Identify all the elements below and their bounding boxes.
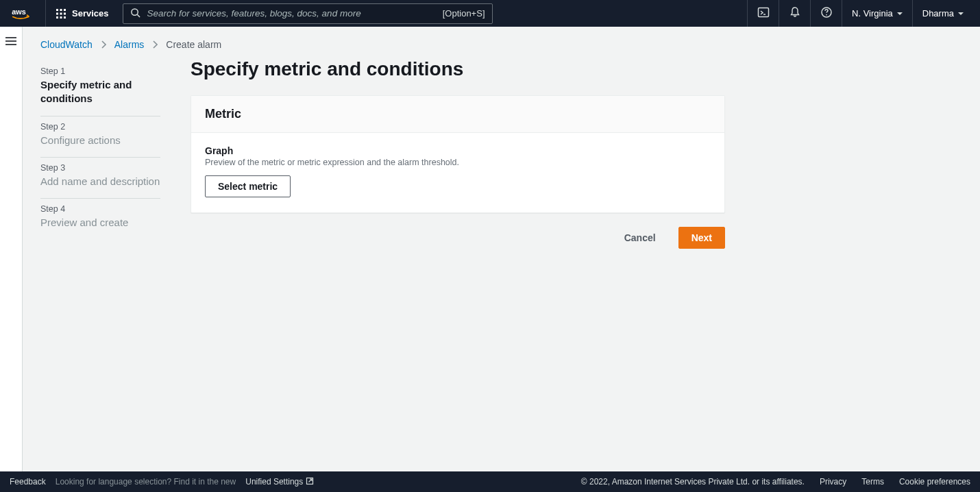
- search-box[interactable]: [Option+S]: [123, 3, 493, 24]
- bell-icon: [789, 6, 801, 21]
- svg-rect-4: [56, 12, 58, 14]
- wizard-steps: Step 1 Specify metric and conditions Ste…: [40, 57, 160, 249]
- wizard-step-1[interactable]: Step 1 Specify metric and conditions: [40, 61, 160, 116]
- wizard-step-num: Step 2: [40, 122, 160, 132]
- search-shortcut-hint: [Option+S]: [443, 8, 485, 19]
- help-icon: [820, 6, 833, 21]
- search-input[interactable]: [147, 8, 436, 19]
- graph-section-desc: Preview of the metric or metric expressi…: [205, 158, 711, 167]
- breadcrumb: CloudWatch Alarms Create alarm: [40, 39, 959, 50]
- wizard-step-label: Preview and create: [40, 216, 160, 230]
- wizard-step-num: Step 4: [40, 204, 160, 214]
- graph-section-title: Graph: [205, 145, 711, 156]
- cookie-preferences-link[interactable]: Cookie preferences: [899, 477, 970, 487]
- account-menu[interactable]: Dharma: [912, 0, 973, 27]
- feedback-link[interactable]: Feedback: [10, 477, 46, 487]
- cloudshell-icon: [757, 6, 770, 21]
- cloudshell-button[interactable]: [747, 0, 779, 27]
- side-drawer-collapsed: [0, 27, 23, 471]
- svg-point-10: [131, 8, 137, 14]
- svg-rect-9: [64, 16, 66, 19]
- svg-rect-5: [60, 12, 62, 14]
- wizard-step-4[interactable]: Step 4 Preview and create: [40, 199, 160, 239]
- svg-rect-1: [56, 9, 58, 11]
- svg-text:aws: aws: [12, 7, 25, 15]
- footer-copyright: © 2022, Amazon Internet Services Private…: [581, 477, 805, 487]
- svg-line-11: [137, 14, 140, 17]
- wizard-step-num: Step 3: [40, 163, 160, 173]
- region-selector[interactable]: N. Virginia: [842, 0, 912, 27]
- top-nav: aws Services [Option+S]: [0, 0, 980, 27]
- svg-rect-3: [64, 9, 66, 11]
- wizard-step-num: Step 1: [40, 66, 160, 76]
- select-metric-button[interactable]: Select metric: [205, 175, 291, 197]
- caret-down-icon: [897, 12, 903, 15]
- page-title: Specify metric and conditions: [191, 58, 725, 80]
- breadcrumb-alarms[interactable]: Alarms: [114, 39, 145, 50]
- svg-point-15: [826, 14, 827, 16]
- footer-lang-hint: Looking for language selection? Find it …: [56, 477, 236, 487]
- svg-rect-7: [56, 16, 58, 19]
- wizard-action-row: Cancel Next: [191, 227, 725, 249]
- metric-panel: Metric Graph Preview of the metric or me…: [191, 95, 725, 213]
- cancel-button[interactable]: Cancel: [611, 227, 669, 249]
- svg-rect-12: [758, 8, 768, 17]
- wizard-step-label: Configure actions: [40, 134, 160, 147]
- chevron-right-icon: [101, 40, 106, 49]
- region-label: N. Virginia: [852, 8, 893, 19]
- expand-sidebar-button[interactable]: [5, 36, 17, 471]
- external-link-icon: [306, 477, 314, 487]
- chevron-right-icon: [152, 40, 158, 49]
- search-icon: [130, 8, 140, 20]
- privacy-link[interactable]: Privacy: [820, 477, 846, 487]
- caret-down-icon: [958, 12, 964, 15]
- terms-link[interactable]: Terms: [861, 477, 884, 487]
- help-button[interactable]: [810, 0, 842, 27]
- notifications-button[interactable]: [779, 0, 810, 27]
- panel-header: Metric: [191, 96, 724, 133]
- unified-settings-link[interactable]: Unified Settings: [245, 477, 314, 487]
- grid-icon: [56, 8, 66, 19]
- footer: Feedback Looking for language selection?…: [0, 471, 980, 492]
- breadcrumb-current: Create alarm: [166, 39, 221, 50]
- next-button[interactable]: Next: [678, 227, 725, 249]
- account-label: Dharma: [922, 8, 954, 19]
- svg-rect-8: [60, 16, 62, 19]
- svg-rect-6: [64, 12, 66, 14]
- services-label: Services: [72, 8, 109, 19]
- unified-settings-label: Unified Settings: [245, 477, 303, 487]
- wizard-step-3[interactable]: Step 3 Add name and description: [40, 158, 160, 199]
- wizard-step-label: Add name and description: [40, 175, 160, 188]
- wizard-step-2[interactable]: Step 2 Configure actions: [40, 116, 160, 158]
- breadcrumb-cloudwatch[interactable]: CloudWatch: [40, 39, 93, 50]
- svg-rect-2: [60, 9, 62, 11]
- aws-logo[interactable]: aws: [11, 0, 46, 27]
- services-menu[interactable]: Services: [46, 0, 119, 27]
- wizard-step-label: Specify metric and conditions: [40, 78, 160, 106]
